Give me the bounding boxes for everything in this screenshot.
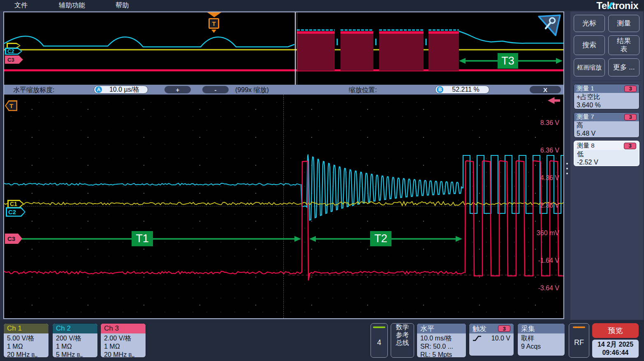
waveform-overview[interactable]: C2 C3 T T3 [4,12,563,85]
more-button[interactable]: 更多 ... [608,58,639,76]
zoom-out-button[interactable]: - [202,86,229,93]
source-chip: 3 [624,114,637,120]
source-chip: 3 [624,86,637,92]
menu-help[interactable]: 帮助 [116,1,129,10]
bottom-bar: Ch 1 5.00 V/格 1 MΩ 20 MHz Bw Ch 2 200 V/… [0,320,644,361]
main-graticule[interactable]: T C1 C2 C3 8.36 V 6.36 V 4.36 V 2.36 V 3… [4,95,563,318]
trigger-position-pointer [211,30,216,33]
overview-waveforms [4,12,563,85]
measure-button[interactable]: 测量 [608,15,639,32]
voltage-label-6: -3.64 V [510,285,559,292]
date-time-display: 14 2月 202509:46:44 [592,340,639,358]
menu-file[interactable]: 文件 [14,1,28,10]
voltage-label-5: -1.64 V [510,257,559,264]
zoom-flag-icon[interactable] [537,14,562,38]
trigger-badge[interactable]: 触发3 10.0 V [469,323,514,356]
sidebar-divider [572,81,642,81]
measurement-badge-1[interactable]: 测量 13 +占空比3.640 % [574,84,639,109]
search-button[interactable]: 搜索 [574,35,605,55]
rf-badge[interactable]: RF [569,323,589,358]
voltage-label-3: 2.36 V [510,202,559,209]
zoom-scale-label: 水平缩放标度: [13,86,54,95]
draw-a-box-zoom-button[interactable]: 框画缩放 [574,58,605,76]
voltage-label-0: 8.36 V [510,119,559,127]
channel-badge-ch4-off[interactable]: 4 [371,323,388,358]
main-waveforms [4,95,563,318]
voltage-label-4: 360 mV [510,229,559,237]
channel-badge-ch2[interactable]: Ch 2 200 V/格 1 MΩ 5 MHz Bw [52,323,98,358]
knob-b-icon: B [437,86,443,93]
zoom-scale-knob[interactable]: A 10.0 µs/格 [94,86,148,94]
oscilloscope-app: 文件 辅助功能 帮助 Tektronix C2 C3 T [0,0,644,361]
voltage-label-1: 6.36 V [510,147,559,154]
voltage-label-2: 4.36 V [510,174,559,182]
panel-drag-handle[interactable] [566,163,569,174]
menu-bar: 文件 辅助功能 帮助 Tektronix [0,0,644,11]
preview-button[interactable]: 预览 [592,323,639,338]
zoom-position-knob[interactable]: B 52.211 % [435,86,489,94]
channel-badge-ch1[interactable]: Ch 1 5.00 V/格 1 MΩ 20 MHz Bw [3,323,49,358]
measurement-badge-7[interactable]: 测量 73 高5.48 V [574,112,639,138]
zoom-in-button[interactable]: + [164,86,191,93]
t3-annotation-label: T3 [498,53,518,69]
math-ref-bus-button[interactable]: 数学参考总线 [391,323,414,358]
tektronix-logo: Tektronix [596,0,638,12]
acquisition-badge[interactable]: 采集 取样 9 Acqs [517,323,565,356]
channel-marker-c2[interactable]: C2 [6,207,25,217]
horizontal-badge[interactable]: 水平 10.0 ms/格 SR: 50.0 ... RL: 5 Mpts [417,323,466,358]
trigger-position-triangle[interactable] [207,12,221,17]
channel-badge-ch3[interactable]: Ch 3 2.00 V/格 1 MΩ 20 MHz Bw [100,323,146,358]
trigger-source-chip: 3 [498,325,510,332]
measurement-badge-8[interactable]: 测量 83 低-2.52 V [574,141,639,166]
right-sidebar: 光标 测量 搜索 结果表 框画缩放 更多 ... 测量 13 +占空比3.640… [570,12,643,320]
zoom-factor-label: (999x 缩放) [235,86,269,95]
zoom-control-bar: 水平缩放标度: A 10.0 µs/格 + - (999x 缩放) 缩放位置: … [4,85,563,95]
t2-annotation-label: T2 [370,231,391,246]
menu-utility[interactable]: 辅助功能 [59,1,85,10]
rising-edge-icon [473,335,482,342]
zoom-position-label: 缩放位置: [349,86,377,95]
display-frame: C2 C3 T T3 水平缩放标度: A [3,12,564,319]
knob-a-icon: A [95,86,102,93]
source-chip: 3 [624,143,636,149]
t1-annotation-label: T1 [132,231,153,246]
zoom-close-button[interactable]: X [530,86,561,93]
trigger-position-marker[interactable]: T [208,18,219,29]
cursors-button[interactable]: 光标 [574,15,605,32]
results-table-button[interactable]: 结果表 [608,35,639,55]
